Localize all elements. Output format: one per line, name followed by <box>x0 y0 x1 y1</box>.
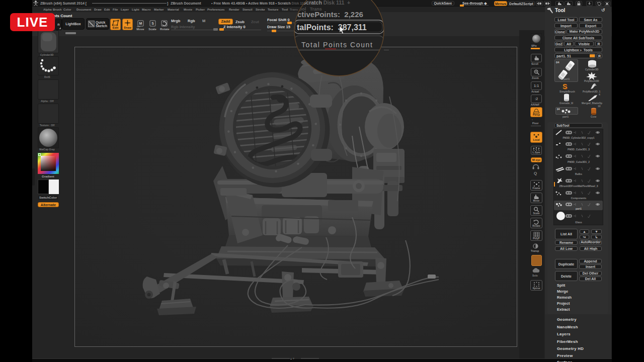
svg-text:ctivePoints: 2,226: ctivePoints: 2,226 <box>297 10 363 19</box>
svg-text:S: S <box>151 22 154 25</box>
svg-text:M: M <box>139 22 142 25</box>
svg-text:talPoints: 387,311: talPoints: 387,311 <box>297 23 367 32</box>
svg-text:Total Points Count: Total Points Count <box>301 41 373 49</box>
